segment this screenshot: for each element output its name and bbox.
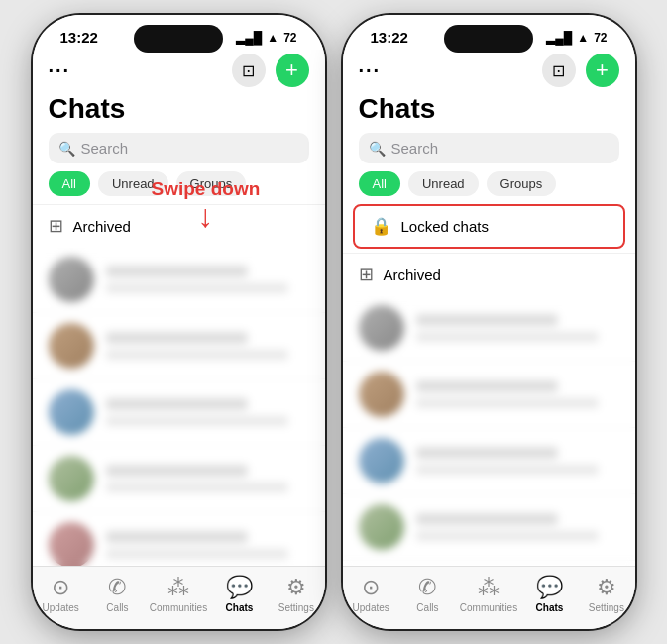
nav-chats-2[interactable]: 💬 Chats — [525, 575, 575, 613]
locked-chats-row[interactable]: 🔒 Locked chats — [353, 204, 625, 249]
chats-label-2: Chats — [536, 602, 564, 613]
chats-icon-1: 💬 — [226, 575, 253, 600]
plus-icon-1: + — [285, 57, 298, 83]
communities-label-1: Communities — [150, 602, 207, 613]
tab-groups-2[interactable]: Groups — [487, 171, 557, 196]
filter-tabs-2: All Unread Groups — [343, 171, 635, 204]
camera-button-2[interactable]: ⊡ — [542, 54, 576, 87]
header-2: ··· ⊡ + — [343, 50, 635, 93]
more-options-1[interactable]: ··· — [49, 59, 71, 82]
nav-calls-2[interactable]: ✆ Calls — [402, 575, 452, 613]
time-1: 13:22 — [60, 29, 98, 46]
wifi-icon-2: ▲ — [577, 31, 589, 45]
nav-communities-1[interactable]: ⁂ Communities — [150, 575, 207, 613]
phone-2: 13:22 ▂▄█ ▲ 72 ··· ⊡ + Chats 🔍 Search Al… — [343, 15, 635, 629]
archived-label-2: Archived — [384, 267, 441, 283]
bottom-nav-1: ⊙ Updates ✆ Calls ⁂ Communities 💬 Chats … — [33, 566, 325, 629]
settings-icon-1: ⚙ — [286, 575, 306, 600]
chat-list-2 — [343, 295, 635, 566]
dynamic-island-2 — [444, 25, 533, 53]
communities-icon-2: ⁂ — [478, 575, 500, 600]
status-icons-2: ▂▄█ ▲ 72 — [546, 31, 607, 45]
nav-communities-2[interactable]: ⁂ Communities — [460, 575, 517, 613]
dynamic-island-1 — [134, 25, 223, 53]
header-icons-2: ⊡ + — [542, 54, 619, 87]
search-bar-1[interactable]: 🔍 Search — [49, 133, 309, 163]
settings-label-1: Settings — [278, 602, 314, 613]
chat-list-1 — [33, 247, 325, 566]
calls-icon-1: ✆ — [108, 575, 126, 600]
new-chat-button-1[interactable]: + — [276, 54, 309, 87]
communities-icon-1: ⁂ — [167, 575, 189, 600]
archived-label-1: Archived — [73, 218, 131, 235]
calls-label-1: Calls — [106, 602, 128, 613]
search-icon-2: 🔍 — [369, 141, 386, 157]
tab-all-2[interactable]: All — [359, 171, 400, 196]
search-icon-1: 🔍 — [58, 141, 75, 157]
calls-label-2: Calls — [416, 602, 438, 613]
calls-icon-2: ✆ — [418, 575, 436, 600]
search-label-1: Search — [81, 140, 129, 157]
locked-chats-label: Locked chats — [401, 218, 489, 235]
camera-button-1[interactable]: ⊡ — [232, 54, 266, 87]
updates-label-1: Updates — [43, 602, 79, 613]
archive-icon-2: ⊞ — [359, 264, 374, 285]
signal-icon-1: ▂▄█ — [236, 31, 262, 45]
signal-icon-2: ▂▄█ — [546, 31, 572, 45]
nav-updates-2[interactable]: ⊙ Updates — [346, 575, 395, 613]
lock-icon: 🔒 — [371, 216, 391, 237]
nav-settings-1[interactable]: ⚙ Settings — [272, 575, 321, 613]
updates-icon-1: ⊙ — [52, 575, 69, 600]
chats-label-1: Chats — [226, 602, 254, 613]
swipe-text: Swipe down — [152, 178, 261, 200]
new-chat-button-2[interactable]: + — [586, 54, 619, 87]
search-label-2: Search — [391, 140, 439, 157]
battery-icon-2: 72 — [594, 31, 607, 45]
page-title-2: Chats — [343, 93, 635, 133]
header-icons-1: ⊡ + — [232, 54, 309, 87]
nav-settings-2[interactable]: ⚙ Settings — [582, 575, 631, 613]
camera-icon-1: ⊡ — [242, 61, 255, 80]
nav-calls-1[interactable]: ✆ Calls — [92, 575, 142, 613]
blur-overlay-1 — [33, 247, 325, 566]
battery-icon-1: 72 — [283, 31, 296, 45]
header-1: ··· ⊡ + — [33, 50, 325, 93]
search-bar-2[interactable]: 🔍 Search — [359, 133, 619, 163]
nav-updates-1[interactable]: ⊙ Updates — [36, 575, 85, 613]
plus-icon-2: + — [596, 57, 609, 83]
nav-chats-1[interactable]: 💬 Chats — [215, 575, 265, 613]
settings-icon-2: ⚙ — [597, 575, 616, 600]
more-options-2[interactable]: ··· — [359, 59, 382, 82]
communities-label-2: Communities — [460, 602, 517, 613]
chats-icon-2: 💬 — [536, 575, 563, 600]
camera-icon-2: ⊡ — [552, 61, 565, 80]
blur-overlay-2 — [343, 295, 635, 566]
time-2: 13:22 — [371, 29, 408, 46]
archived-row-2[interactable]: ⊞ Archived — [343, 253, 635, 295]
bottom-nav-2: ⊙ Updates ✆ Calls ⁂ Communities 💬 Chats … — [343, 566, 635, 629]
tab-all-1[interactable]: All — [49, 171, 90, 196]
wifi-icon-1: ▲ — [267, 31, 278, 45]
updates-icon-2: ⊙ — [362, 575, 380, 600]
archive-icon-1: ⊞ — [49, 215, 63, 237]
swipe-annotation: Swipe down ↓ — [152, 178, 261, 232]
arrow-down-icon: ↓ — [197, 200, 213, 232]
updates-label-2: Updates — [353, 602, 389, 613]
page-title-1: Chats — [33, 93, 325, 133]
phone-1: 13:22 ▂▄█ ▲ 72 ··· ⊡ + Chats 🔍 Search Al… — [33, 15, 325, 629]
status-icons-1: ▂▄█ ▲ 72 — [236, 31, 296, 45]
settings-label-2: Settings — [589, 602, 624, 613]
tab-unread-2[interactable]: Unread — [408, 171, 479, 196]
